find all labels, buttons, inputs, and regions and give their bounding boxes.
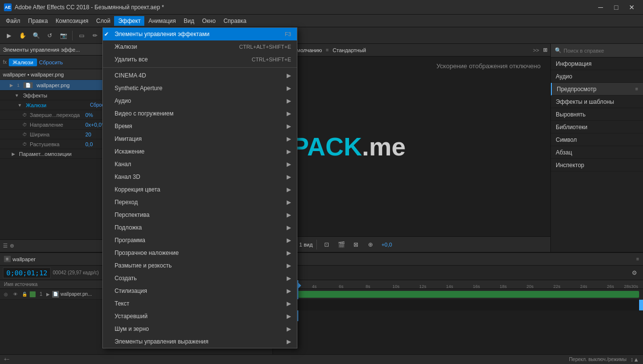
comp-item[interactable]: wallpaper • wallpaper.png [0, 69, 112, 80]
dropdown-item-obsolete[interactable]: Устаревший ▶ [103, 310, 297, 323]
param-row[interactable]: ▶ Парамет...омпозиции [0, 149, 112, 159]
toolbar-btn-select[interactable]: ▶ [3, 30, 15, 41]
accel-text: Ускорение отображения отключено [436, 62, 541, 70]
dropdown-item-delete-all[interactable]: Удалить все CTRL+SHIFT+E [103, 53, 297, 66]
panel-item-symbol[interactable]: Символ [551, 134, 643, 146]
dropdown-item-channel[interactable]: Канал ▶ [103, 158, 297, 171]
dropdown-item-transition[interactable]: Переход ▶ [103, 196, 297, 209]
layer-section: wallpaper • wallpaper.png ▶ 1 📄 wallpape… [0, 69, 112, 239]
toolbar-btn-hand[interactable]: ✋ [17, 30, 28, 41]
menu-layer[interactable]: Слой [92, 16, 114, 26]
dropdown-item-matte[interactable]: Подложка ▶ [103, 221, 297, 234]
dropdown-item-colorcorrect[interactable]: Коррекция цвета ▶ [103, 183, 297, 196]
dropdown-item-distortion[interactable]: Искажение ▶ [103, 145, 297, 158]
panel-item-preview[interactable]: Предпросмотр ≡ [551, 83, 643, 96]
menu-file[interactable]: Файл [2, 16, 24, 26]
preview-menu-icon[interactable]: ≡ [635, 86, 638, 92]
dropdown-item-text[interactable]: Текст ▶ [103, 297, 297, 310]
dropdown-item-synthetic[interactable]: Synthetic Aperture ▶ [103, 82, 297, 95]
panel-item-libraries[interactable]: Библиотеки [551, 121, 643, 134]
dropdown-item-channel3d[interactable]: Канал 3D ▶ [103, 171, 297, 183]
layer-item[interactable]: ▶ 1 📄 wallpaper.png [0, 80, 112, 91]
dropdown-item-video-immersive[interactable]: Видео с погружением ▶ [103, 107, 297, 120]
toolbar-btn-rotate[interactable]: ↺ [44, 30, 56, 41]
menu-window[interactable]: Окно [198, 16, 219, 26]
layer-lock[interactable]: 🔓 [20, 290, 28, 298]
close-button[interactable]: ✕ [624, 2, 639, 12]
panel-item-info[interactable]: Информация [551, 57, 643, 70]
workspace-standard[interactable]: Стандартный [332, 47, 366, 53]
reset-button[interactable]: Сбросить [39, 59, 63, 65]
timeline-expand-btn[interactable]: ≡ [636, 256, 639, 262]
dropdown-item-program[interactable]: Программа ▶ [103, 234, 297, 247]
prop-value-2[interactable]: 0x+0,0° [85, 122, 104, 128]
dropdown-label-video-immersive: Видео с погружением [115, 110, 174, 117]
timeline-expand-arrow[interactable]: ▲ [633, 356, 639, 363]
timeline-header: ≡ wallpaper ≡ [0, 253, 643, 266]
render-btn[interactable]: 🎬 [335, 239, 347, 250]
layer-expand[interactable]: ▶ [46, 292, 50, 297]
toolbar-btn-camera[interactable]: 📷 [58, 30, 69, 41]
panel-item-effects[interactable]: Эффекты и шаблоны [551, 96, 643, 108]
toolbar-btn-pen[interactable]: ✏ [89, 30, 101, 41]
maximize-button[interactable]: □ [609, 2, 624, 12]
layer-color[interactable] [30, 291, 36, 297]
toolbar-btn-zoom[interactable]: 🔍 [30, 30, 42, 41]
grid-btn2[interactable]: ⊕ [365, 239, 376, 250]
view-opt-btn[interactable]: ⊡ [321, 239, 332, 250]
minimize-button[interactable]: ─ [593, 2, 608, 12]
prop-value-1[interactable]: 0% [85, 112, 93, 118]
menu-composition[interactable]: Композиция [52, 16, 92, 26]
dropdown-item-noise[interactable]: Шум и зерно ▶ [103, 323, 297, 335]
left-panel-footer: ☰ ⊕ [0, 239, 112, 252]
workspace-separator: ≡ [326, 47, 329, 53]
dropdown-item-audio[interactable]: Аудио ▶ [103, 95, 297, 107]
jaluzee-row[interactable]: ▼ Жалюзи Сбросить [0, 100, 112, 110]
layer-solo[interactable]: ◎ [2, 290, 10, 298]
toolbar-separator-1 [72, 31, 73, 40]
menu-edit[interactable]: Правка [24, 16, 52, 26]
time-display[interactable]: 0;00;01;12 [3, 268, 51, 278]
app-title: Adobe After Effects CC 2018 - Безымянный… [15, 4, 164, 11]
footer-icon-2[interactable]: ⊕ [10, 243, 14, 249]
footer-icon-1[interactable]: ☰ [3, 243, 8, 249]
timeline-ruler: 4s 6s 8s 10s 12s 14s 16s 18s 20s 22s 24s… [273, 280, 643, 354]
menu-view[interactable]: Вид [180, 16, 198, 26]
playhead[interactable] [297, 280, 298, 288]
dropdown-item-jaluzee[interactable]: Жалюзи CTRL+ALT+SHIFT+E [103, 40, 297, 53]
dropdown-item-imitation[interactable]: Имитация ▶ [103, 133, 297, 145]
out-marker[interactable] [639, 300, 643, 310]
tl-settings-btn[interactable]: ⚙ [628, 267, 640, 279]
search-input[interactable] [564, 48, 639, 54]
main-content: Элементы управления эффе... fx Жалюзи Сб… [0, 44, 643, 252]
dropdown-item-effects-controls[interactable]: ✓ Элементы управления эффектами F3 [103, 28, 297, 40]
menu-effect[interactable]: Эффект [114, 16, 144, 26]
comp-tab[interactable]: ≡ wallpaper [4, 256, 36, 262]
effect-chip[interactable]: Жалюзи [9, 58, 37, 66]
workspace-icon: ⊞ [543, 47, 547, 53]
dropdown-item-stylize[interactable]: Стилизация ▶ [103, 285, 297, 297]
dropdown-item-blur[interactable]: Размытие и резкость ▶ [103, 259, 297, 272]
panel-item-paragraph[interactable]: Абзац [551, 146, 643, 159]
snap-btn[interactable]: ⊠ [350, 239, 362, 250]
toolbar-btn-rect[interactable]: ▭ [76, 30, 87, 41]
prop-name-3: Ширина [30, 132, 83, 137]
dropdown-item-blending[interactable]: Прозрачное наложение ▶ [103, 247, 297, 259]
panel-item-inspector[interactable]: Инспектор [551, 159, 643, 172]
dropdown-item-time[interactable]: Время ▶ [103, 120, 297, 133]
layer-eye[interactable]: 👁 [11, 290, 19, 298]
dropdown-item-cinema4d[interactable]: CINEMA 4D ▶ [103, 69, 297, 82]
panel-item-align[interactable]: Выровнять [551, 108, 643, 121]
panel-item-audio[interactable]: Аудио [551, 70, 643, 83]
remove-effect-btn[interactable]: − [7, 357, 10, 362]
dropdown-item-generate[interactable]: Создать ▶ [103, 272, 297, 285]
dropdown-item-expression-controls[interactable]: Элементы управления выражения ▶ [103, 335, 297, 348]
keyframe-playhead [297, 310, 298, 321]
menu-animation[interactable]: Анимация [144, 16, 179, 26]
menu-help[interactable]: Справка [219, 16, 250, 26]
workspace-expand[interactable]: >> [533, 47, 539, 53]
dropdown-item-perspective[interactable]: Перспектива ▶ [103, 209, 297, 221]
prop-value-4[interactable]: 0,0 [85, 141, 93, 147]
prop-value-3[interactable]: 20 [85, 132, 91, 137]
shortcut-jaluzee: CTRL+ALT+SHIFT+E [239, 44, 291, 50]
